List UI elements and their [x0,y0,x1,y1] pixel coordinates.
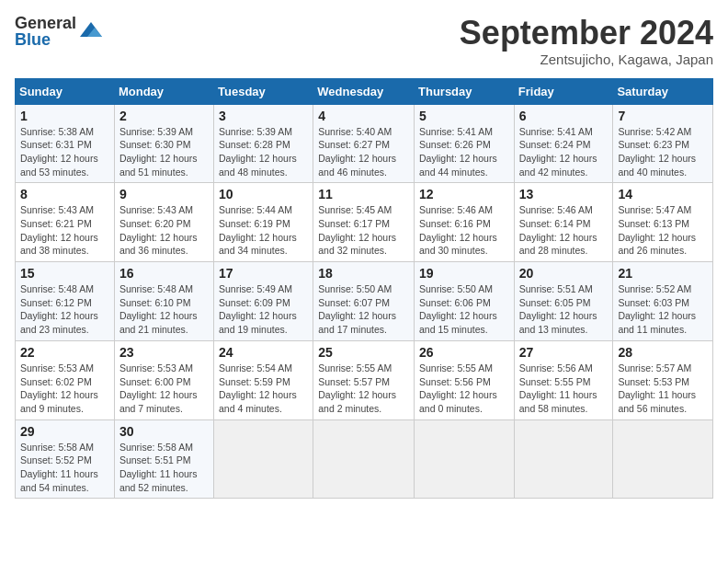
logo-icon [78,18,104,44]
weekday-header-friday: Friday [514,78,613,104]
weekday-header-monday: Monday [114,78,213,104]
calendar-empty-cell [514,419,613,499]
calendar-empty-cell [214,419,313,499]
calendar-day-28: 28Sunrise: 5:57 AMSunset: 5:53 PMDayligh… [613,340,713,419]
logo-general-text: General [15,15,76,31]
calendar-day-14: 14Sunrise: 5:47 AMSunset: 6:13 PMDayligh… [613,183,713,262]
calendar-day-29: 29Sunrise: 5:58 AMSunset: 5:52 PMDayligh… [16,419,115,499]
calendar-day-9: 9Sunrise: 5:43 AMSunset: 6:20 PMDaylight… [114,183,213,262]
weekday-header-saturday: Saturday [613,78,713,104]
calendar-day-5: 5Sunrise: 5:41 AMSunset: 6:26 PMDaylight… [415,104,515,183]
calendar-week-row: 22Sunrise: 5:53 AMSunset: 6:02 PMDayligh… [16,340,713,419]
calendar-day-4: 4Sunrise: 5:40 AMSunset: 6:27 PMDaylight… [313,104,415,183]
calendar-day-8: 8Sunrise: 5:43 AMSunset: 6:21 PMDaylight… [16,183,115,262]
calendar-day-24: 24Sunrise: 5:54 AMSunset: 5:59 PMDayligh… [214,340,313,419]
calendar-empty-cell [313,419,415,499]
calendar-empty-cell [415,419,515,499]
calendar-day-15: 15Sunrise: 5:48 AMSunset: 6:12 PMDayligh… [16,262,115,341]
calendar-week-row: 29Sunrise: 5:58 AMSunset: 5:52 PMDayligh… [16,419,713,499]
weekday-header-thursday: Thursday [415,78,515,104]
location: Zentsujicho, Kagawa, Japan [460,52,713,67]
calendar-day-30: 30Sunrise: 5:58 AMSunset: 5:51 PMDayligh… [114,419,213,499]
calendar-day-27: 27Sunrise: 5:56 AMSunset: 5:55 PMDayligh… [514,340,613,419]
calendar-day-19: 19Sunrise: 5:50 AMSunset: 6:06 PMDayligh… [415,262,515,341]
calendar-day-12: 12Sunrise: 5:46 AMSunset: 6:16 PMDayligh… [415,183,515,262]
calendar-empty-cell [613,419,713,499]
calendar-week-row: 8Sunrise: 5:43 AMSunset: 6:21 PMDaylight… [16,183,713,262]
calendar-day-1: 1Sunrise: 5:38 AMSunset: 6:31 PMDaylight… [16,104,115,183]
calendar-day-20: 20Sunrise: 5:51 AMSunset: 6:05 PMDayligh… [514,262,613,341]
calendar-day-10: 10Sunrise: 5:44 AMSunset: 6:19 PMDayligh… [214,183,313,262]
calendar-day-18: 18Sunrise: 5:50 AMSunset: 6:07 PMDayligh… [313,262,415,341]
calendar-week-row: 15Sunrise: 5:48 AMSunset: 6:12 PMDayligh… [16,262,713,341]
month-title: September 2024 [460,15,713,52]
calendar-day-16: 16Sunrise: 5:48 AMSunset: 6:10 PMDayligh… [114,262,213,341]
weekday-header-tuesday: Tuesday [214,78,313,104]
calendar-day-23: 23Sunrise: 5:53 AMSunset: 6:00 PMDayligh… [114,340,213,419]
calendar-day-17: 17Sunrise: 5:49 AMSunset: 6:09 PMDayligh… [214,262,313,341]
calendar-header-row: SundayMondayTuesdayWednesdayThursdayFrid… [16,78,713,104]
calendar-day-22: 22Sunrise: 5:53 AMSunset: 6:02 PMDayligh… [16,340,115,419]
calendar-day-6: 6Sunrise: 5:41 AMSunset: 6:24 PMDaylight… [514,104,613,183]
weekday-header-sunday: Sunday [16,78,115,104]
calendar-week-row: 1Sunrise: 5:38 AMSunset: 6:31 PMDaylight… [16,104,713,183]
calendar-day-21: 21Sunrise: 5:52 AMSunset: 6:03 PMDayligh… [613,262,713,341]
title-section: September 2024 Zentsujicho, Kagawa, Japa… [460,15,713,67]
calendar-day-3: 3Sunrise: 5:39 AMSunset: 6:28 PMDaylight… [214,104,313,183]
page-header: General Blue September 2024 Zentsujicho,… [15,15,713,67]
calendar-table: SundayMondayTuesdayWednesdayThursdayFrid… [15,78,713,500]
calendar-day-13: 13Sunrise: 5:46 AMSunset: 6:14 PMDayligh… [514,183,613,262]
calendar-day-26: 26Sunrise: 5:55 AMSunset: 5:56 PMDayligh… [415,340,515,419]
calendar-day-25: 25Sunrise: 5:55 AMSunset: 5:57 PMDayligh… [313,340,415,419]
calendar-day-2: 2Sunrise: 5:39 AMSunset: 6:30 PMDaylight… [114,104,213,183]
logo: General Blue [15,15,104,48]
weekday-header-wednesday: Wednesday [313,78,415,104]
calendar-day-7: 7Sunrise: 5:42 AMSunset: 6:23 PMDaylight… [613,104,713,183]
logo-blue-text: Blue [15,31,76,48]
calendar-day-11: 11Sunrise: 5:45 AMSunset: 6:17 PMDayligh… [313,183,415,262]
